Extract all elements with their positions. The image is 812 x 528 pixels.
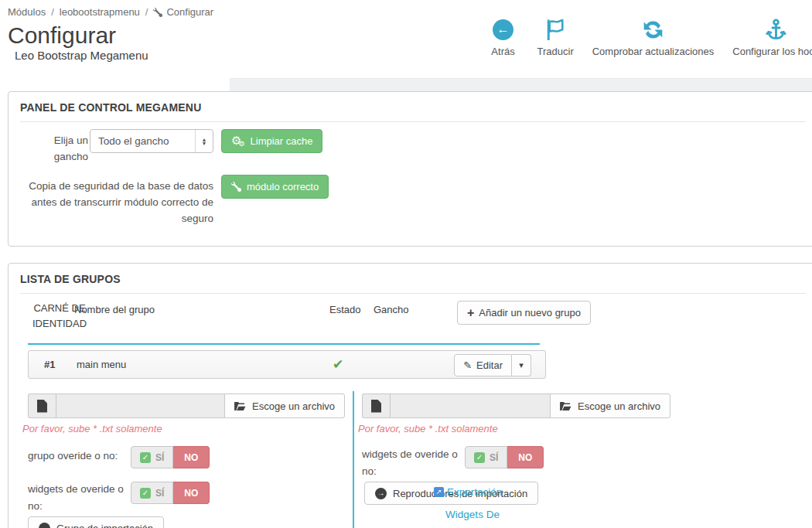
check-updates-label: Comprobar actualizaciones [592, 46, 715, 57]
upload-help-right: Por favor, sube * .txt solamente [358, 423, 498, 434]
page-subtitle: Leo Bootstrap Megamenu [15, 49, 148, 62]
import-group-label: Grupo de importación [56, 523, 153, 528]
wrench-icon [231, 182, 241, 192]
choose-file-button-right[interactable]: Escoge un archivo [550, 393, 670, 418]
flag-icon [544, 17, 567, 42]
arrow-circle-icon: → [39, 523, 50, 528]
page-header: Configurar Leo Bootstrap Megamenu [8, 23, 148, 62]
hook-select-value: Todo el gancho [90, 135, 195, 147]
refresh-icon [643, 17, 664, 42]
upload-help-left: Por favor, sube * .txt solamente [22, 423, 162, 434]
switch-yes[interactable]: ✓SÍ [465, 446, 507, 468]
file-input-right[interactable] [390, 393, 550, 418]
widgets-override-switch-left[interactable]: ✓SÍ NO [131, 482, 210, 504]
widgets-override-label-right: widgets de overide o no: [362, 446, 464, 479]
clear-cache-button[interactable]: ⚙⚙ Limpiar cache [221, 129, 322, 153]
switch-yes[interactable]: ✓SÍ [131, 446, 173, 468]
column-divider [353, 391, 354, 528]
file-upload-right: Escoge un archivo [362, 393, 670, 418]
collapsed-panel-strip [230, 78, 812, 92]
check-updates-button[interactable]: Comprobar actualizaciones [592, 17, 715, 57]
gears-icon: ⚙⚙ [231, 135, 245, 148]
switch-no[interactable]: NO [173, 482, 210, 504]
pencil-icon: ✎ [463, 359, 472, 371]
file-icon [28, 393, 56, 418]
export-link-label: Exportación [447, 486, 502, 498]
anchor-icon [766, 17, 786, 42]
widgets-override-switch-right[interactable]: ✓SÍ NO [465, 446, 544, 468]
fix-module-label: módulo correcto [247, 181, 319, 192]
back-circle-icon: ← [493, 19, 513, 40]
edit-split-button: ✎ Editar ▾ [454, 354, 531, 376]
column-header-estado: Estado [329, 302, 360, 318]
file-input-left[interactable] [56, 393, 224, 418]
hook-label: Elija un gancho [20, 133, 88, 165]
breadcrumb: Módulos / leobootstrapmenu / Configurar [8, 6, 213, 18]
add-group-button[interactable]: + Añadir un nuevo grupo [457, 301, 591, 325]
import-group-button[interactable]: → Grupo de importación [28, 516, 164, 528]
folder-open-icon [234, 401, 246, 411]
breadcrumb-modulos[interactable]: Módulos [8, 6, 46, 18]
edit-dropdown-caret[interactable]: ▾ [512, 354, 531, 376]
row-id: #1 [44, 359, 55, 370]
choose-file-label: Escoge un archivo [578, 400, 660, 412]
breadcrumb-leobootstrapmenu[interactable]: leobootstrapmenu [60, 6, 140, 18]
select-caret-icon: ▲▼ [195, 130, 213, 152]
file-icon [362, 393, 390, 418]
arrow-circle-icon: → [375, 488, 387, 499]
switch-no[interactable]: NO [173, 446, 210, 468]
check-icon: ✓ [140, 488, 151, 499]
add-group-label: Añadir un nuevo grupo [479, 307, 581, 319]
table-row: #1 main menu ✔ ✎ Editar ▾ [28, 350, 546, 379]
panel-lista-de-grupos: LISTA DE GRUPOS CARNÉ DE IDENTIDAD Nombr… [8, 263, 812, 528]
edit-label: Editar [476, 359, 503, 371]
enabled-check-icon[interactable]: ✔ [333, 358, 343, 371]
panel-groups-title: LISTA DE GRUPOS [20, 264, 806, 294]
switch-yes[interactable]: ✓SÍ [131, 482, 173, 504]
choose-file-button-left[interactable]: Escoge un archivo [224, 393, 345, 418]
table-header-rule [28, 343, 540, 345]
breadcrumb-separator: / [145, 6, 148, 18]
folder-open-icon [560, 401, 571, 411]
switch-yes-label: SÍ [490, 452, 498, 463]
column-header-nombre: Nombre del grupo [74, 302, 155, 318]
back-button[interactable]: ← Atrás [488, 17, 519, 57]
translate-label: Traducir [537, 46, 574, 57]
panel-control-megamenu: PANEL DE CONTROL MEGAMENU Elija un ganch… [8, 91, 812, 247]
toolbar: ← Atrás Traducir Comprobar actualizacion… [488, 17, 812, 57]
column-header-gancho: Gancho [374, 302, 409, 318]
check-icon: ✓ [140, 452, 151, 463]
hook-select[interactable]: Todo el gancho ▲▼ [90, 129, 213, 153]
translate-button[interactable]: Traducir [537, 17, 574, 57]
switch-yes-label: SÍ [155, 488, 164, 499]
wrench-icon [153, 8, 162, 17]
row-name: main menu [77, 359, 126, 370]
widgets-override-label-left: widgets de overide o no: [28, 481, 136, 514]
check-icon: ✓ [474, 452, 485, 463]
configure-hooks-button[interactable]: Configurar los hook [732, 17, 812, 57]
choose-file-label: Escoge un archivo [252, 400, 335, 412]
switch-no[interactable]: NO [507, 446, 544, 468]
page-title: Configurar [8, 23, 148, 48]
back-label: Atrás [491, 46, 514, 57]
edit-button[interactable]: ✎ Editar [454, 354, 512, 376]
plus-icon: + [467, 307, 474, 319]
breadcrumb-configurar: Configurar [166, 6, 213, 18]
widgets-de-link[interactable]: Widgets De [422, 509, 523, 520]
export-icon: ↗ [434, 487, 444, 497]
breadcrumb-current: Configurar [153, 6, 213, 18]
backup-label: Copia de seguridad de la base de datos a… [19, 179, 213, 227]
switch-yes-label: SÍ [155, 452, 164, 463]
configure-hooks-label: Configurar los hook [732, 46, 812, 57]
group-override-label: grupo overide o no: [28, 448, 136, 465]
clear-cache-label: Limpiar cache [251, 135, 313, 147]
export-link[interactable]: ↗ Exportación [434, 486, 502, 498]
file-upload-left: Escoge un archivo [28, 393, 345, 418]
group-override-switch[interactable]: ✓SÍ NO [131, 446, 210, 468]
fix-module-button[interactable]: módulo correcto [221, 175, 329, 199]
breadcrumb-separator: / [51, 6, 54, 18]
panel-control-title: PANEL DE CONTROL MEGAMENU [20, 92, 806, 122]
